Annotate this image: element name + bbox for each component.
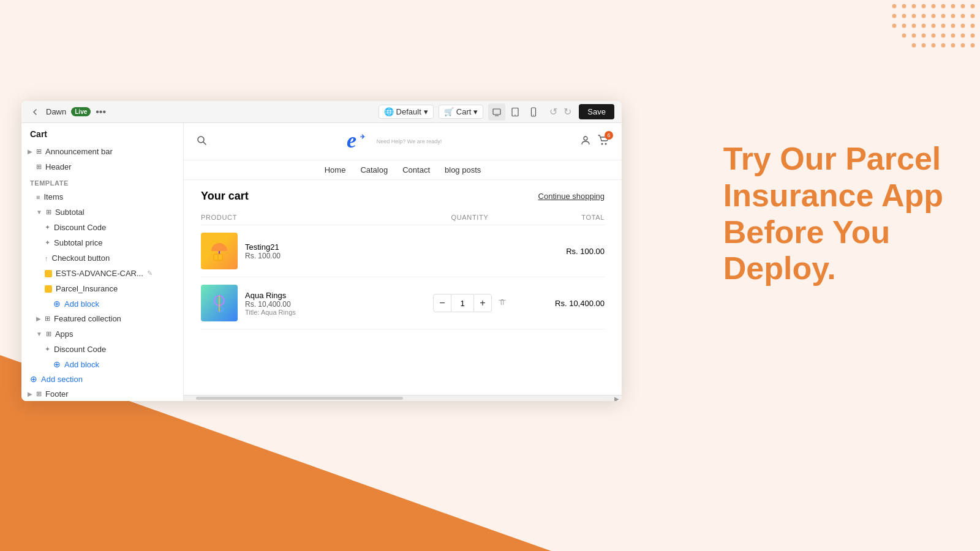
store-name-label: Dawn [46,107,66,116]
sidebar-item-items[interactable]: ≡ Items [21,189,183,204]
default-dropdown[interactable]: 🌐 Default ▾ [379,105,434,119]
sidebar-item-header[interactable]: ⊞ Header [21,159,183,174]
quantity-decrease-button[interactable]: − [433,294,451,312]
redo-button[interactable]: ↻ [561,105,574,119]
tablet-view-button[interactable] [507,103,524,121]
sidebar-item-parcel-insurance[interactable]: Parcel_Insurance [21,281,183,296]
add-block-button-1[interactable]: ⊕ Add block [21,296,183,311]
cart-page: Your cart Continue shopping PRODUCT QUAN… [184,180,622,339]
back-button[interactable] [29,106,41,118]
svg-point-23 [941,24,946,28]
browser-topbar: Dawn Live ••• 🌐 Default ▾ 🛒 Cart ▾ [21,101,622,123]
sidebar-item-apps[interactable]: ▼ ⊞ Apps [21,326,183,342]
store-tagline: Need Help? We are ready! [377,138,442,145]
svg-point-6 [951,4,956,9]
sidebar-item-checkout-button[interactable]: ↑ Checkout button [21,250,183,266]
svg-point-40 [961,43,965,48]
chevron-footer: ▶ [28,391,32,397]
svg-point-11 [912,14,916,18]
quantity-header: QUANTITY [409,214,531,221]
sidebar-item-footer[interactable]: ▶ ⊞ Footer [21,386,183,401]
product-thumb-1 [201,233,238,269]
announcement-bar-label: Announcement bar [45,147,113,156]
yellow-block-icon-2 [45,285,52,293]
nav-home[interactable]: Home [325,165,346,174]
cart-dropdown[interactable]: 🛒 Cart ▾ [439,105,484,119]
grid-icon-2: ⊞ [36,163,42,171]
nav-blog[interactable]: blog posts [445,165,481,174]
svg-point-13 [932,14,936,18]
cart-badge-count: 6 [605,131,613,140]
sidebar-item-discount-code[interactable]: ✦ Discount Code [21,220,183,235]
header-label: Header [45,162,72,171]
cart-title-row: Your cart Continue shopping [201,190,605,203]
total-header: TOTAL [531,214,605,221]
svg-point-52 [584,137,587,140]
svg-point-30 [932,34,936,38]
sidebar-item-announcement-bar[interactable]: ▶ ⊞ Announcement bar [21,144,183,159]
dot-pattern [882,0,980,49]
subtotal-price-label: Subtotal price [54,238,103,247]
quantity-control-2: − 1 + [433,294,492,312]
delete-item-button[interactable] [498,298,507,309]
cart-icon-with-badge[interactable]: 6 [597,134,609,149]
promo-headline: Try Our Parcel Insurance App Before You … [723,141,943,287]
add-block-2-label: Add block [64,360,99,369]
yellow-block-icon [45,270,52,277]
add-section-button[interactable]: ⊕ Add section [21,372,183,386]
sidebar-item-ests[interactable]: ESTS-ADVANCE-CAR... ✎ [21,266,183,281]
add-block-button-2[interactable]: ⊕ Add block [21,357,183,372]
edit-icon: ✎ [147,269,153,277]
svg-point-26 [971,24,975,28]
nav-catalog[interactable]: Catalog [360,165,388,174]
horizontal-scrollbar[interactable]: ▶ [184,395,622,401]
svg-point-9 [892,14,897,18]
svg-point-16 [961,14,965,18]
product-name-2: Aqua Rings [245,291,296,300]
aqua-rings-image [201,285,238,321]
svg-point-29 [922,34,926,38]
product-name-1: Testing21 [245,242,281,252]
sidebar-title: Cart [21,123,183,144]
cart-title: Your cart [201,190,249,203]
svg-point-19 [902,24,907,28]
save-button[interactable]: Save [579,104,614,119]
sidebar-item-featured-collection[interactable]: ▶ ⊞ Featured collection [21,311,183,326]
more-options-button[interactable]: ••• [96,107,106,118]
sidebar-item-subtotal[interactable]: ▼ ⊞ Subtotal [21,204,183,220]
cart-item-2: Aqua Rings Rs. 10,400.00 Title: Aqua Rin… [201,277,605,329]
sidebar-item-apps-discount-code[interactable]: ✦ Discount Code [21,342,183,357]
svg-point-14 [941,14,946,18]
product-price-1: Rs. 100.00 [245,252,281,260]
tag-icon: ✦ [45,223,50,231]
plus-icon-3: ⊕ [30,374,37,384]
svg-text:✈: ✈ [360,133,366,140]
desktop-view-button[interactable] [488,103,505,121]
sidebar-item-subtotal-price[interactable]: ✦ Subtotal price [21,235,183,250]
svg-line-49 [203,142,206,144]
browser-window: Dawn Live ••• 🌐 Default ▾ 🛒 Cart ▾ [21,101,622,401]
continue-shopping-link[interactable]: Continue shopping [538,192,605,201]
store-header: e ✈ Need Help? We are ready! [184,123,622,160]
quantity-increase-button[interactable]: + [473,294,492,312]
promo-line-2: Insurance App [723,178,943,213]
scroll-right-arrow[interactable]: ▶ [614,395,619,401]
nav-contact[interactable]: Contact [402,165,430,174]
add-block-1-label: Add block [64,299,99,309]
account-icon[interactable] [580,135,591,148]
svg-point-7 [961,4,965,9]
svg-point-39 [951,43,956,48]
svg-point-15 [951,14,956,18]
undo-button[interactable]: ↺ [547,105,560,119]
svg-point-10 [902,14,907,18]
undo-redo-group: ↺ ↻ [547,105,574,119]
promo-line-4: Deploy. [723,250,836,286]
featured-icon: ⊞ [45,315,50,323]
apps-icon: ⊞ [46,330,51,338]
plus-icon-2: ⊕ [53,359,61,369]
svg-point-41 [971,43,975,48]
search-icon-wrapper[interactable] [196,135,207,148]
svg-point-37 [932,43,936,48]
mobile-view-button[interactable] [525,103,542,121]
subtotal-icon: ⊞ [46,208,51,216]
